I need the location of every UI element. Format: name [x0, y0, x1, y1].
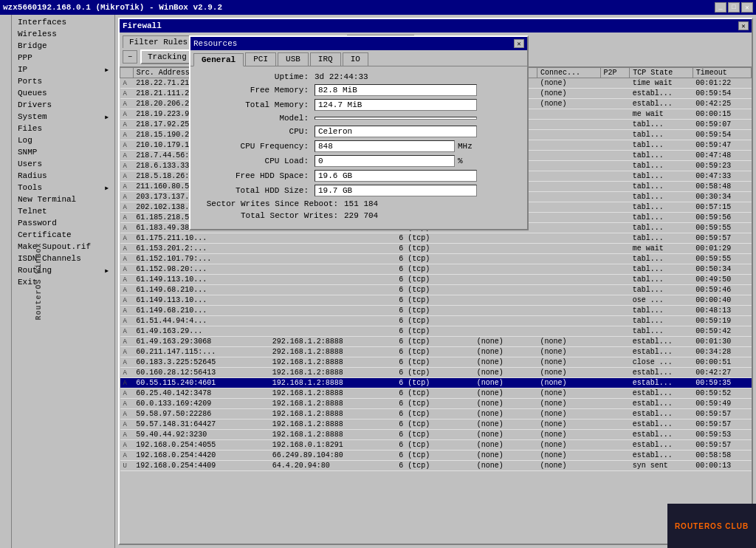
cpu-freq-label: CPU Frequency: [196, 142, 315, 151]
sidebar-item-label: Wireless [18, 30, 57, 38]
sidebar-item-drivers[interactable]: Drivers [13, 99, 113, 111]
res-tab-general[interactable]: General [193, 53, 244, 66]
sidebar-item-label: IP [18, 65, 27, 74]
sidebar-item-certificate[interactable]: Certificate [13, 229, 113, 241]
firewall-close-button[interactable]: ✕ [738, 21, 749, 30]
sidebar-item-label: Tools [18, 183, 42, 192]
table-row[interactable]: A61.149.113.10...6 (tcp)ose ...00:00:40 [120, 295, 752, 306]
resources-window: Resources ✕ General PCI USB IRQ IO [189, 35, 529, 230]
resources-titlebar: Resources ✕ [190, 37, 527, 50]
table-row[interactable]: A60.25.40.142:3478192.168.1.2:88886 (tcp… [120, 388, 752, 399]
res-tab-irq[interactable]: IRQ [310, 52, 341, 66]
remove-button[interactable]: − [123, 50, 137, 64]
table-row[interactable]: A61.49.163.29:3068292.168.1.2:88886 (tcp… [120, 337, 752, 347]
resources-tabs: General PCI USB IRQ IO [190, 50, 527, 66]
routeros-logo: ROUTEROS CLUB [667, 504, 756, 548]
table-row[interactable]: A60.160.28.12:56413192.168.1.2:88886 (tc… [120, 368, 752, 378]
sidebar-item-telnet[interactable]: Telnet [13, 205, 113, 217]
table-row[interactable]: A192.168.0.254:4055192.168.0.1:82916 (tc… [120, 440, 752, 451]
table-row[interactable]: A61.149.113.10...6 (tcp)tabl...00:49:50 [120, 275, 752, 285]
col-tcp-state[interactable]: TCP State [630, 68, 693, 78]
sidebar-item-users[interactable]: Users [13, 158, 113, 170]
window-title: wzx5660192.168.0.1 (MikroTik) - WinBox v… [3, 3, 222, 12]
cpu-load-unit: % [458, 157, 463, 165]
sidebar-item-ports[interactable]: Ports [13, 75, 113, 87]
sidebar-item-label: Radius [18, 171, 47, 180]
sidebar-item-log[interactable]: Log [13, 134, 113, 146]
free-hdd-row: Free HDD Space: 19.6 GB [196, 170, 521, 182]
res-tab-io[interactable]: IO [343, 52, 368, 66]
sidebar-item-ip[interactable]: IP [13, 64, 113, 75]
table-row[interactable]: A61.153.201.2:...6 (tcp)me wait00:01:29 [120, 244, 752, 254]
tracking-button[interactable]: Tracking [140, 49, 194, 64]
table-row[interactable]: A61.51.44.94:4...6 (tcp)tabl...00:59:19 [120, 316, 752, 326]
table-row[interactable]: A59.58.97.50:22286192.168.1.2:88886 (tcp… [120, 409, 752, 419]
free-hdd-value: 19.6 GB [315, 170, 477, 182]
table-row[interactable]: A59.57.148.31:64427192.168.1.2:88886 (tc… [120, 419, 752, 430]
tab-filter-rules[interactable]: Filter Rules [123, 35, 194, 48]
sidebar-item-label: PPP [18, 53, 32, 62]
sidebar-item-tools[interactable]: Tools [13, 182, 113, 193]
sidebar-item-radius[interactable]: Radius [13, 170, 113, 182]
sidebar-item-label: Certificate [18, 230, 72, 239]
col-timeout[interactable]: Timeout [693, 68, 751, 78]
table-row[interactable]: U192.168.0.254:440964.4.20.94:806 (tcp)(… [120, 461, 752, 471]
table-row[interactable]: A59.40.44.92:3230192.168.1.2:88886 (tcp)… [120, 430, 752, 440]
maximize-button[interactable]: □ [728, 2, 740, 13]
total-sector-row: Total Sector Writes: 229 704 [196, 211, 521, 220]
cpu-value: Celeron [315, 126, 477, 137]
sidebar-item-bridge[interactable]: Bridge [13, 40, 113, 52]
total-sector-value: 229 704 [344, 211, 521, 220]
table-row[interactable]: A61.152.98.20:...6 (tcp)tabl...00:50:34 [120, 264, 752, 275]
sidebar-item-files[interactable]: Files [13, 123, 113, 134]
cpu-label: CPU: [196, 127, 315, 136]
sidebar-item-ppp[interactable]: PPP [13, 52, 113, 64]
col-connec2[interactable]: Connec... [537, 68, 600, 78]
table-row[interactable]: A60.183.3.225:52645192.168.1.2:88886 (tc… [120, 357, 752, 368]
res-tab-pci[interactable]: PCI [245, 52, 276, 66]
total-memory-row: Total Memory: 124.7 MiB [196, 99, 521, 111]
minimize-button[interactable]: _ [715, 2, 726, 13]
sidebar-item-interfaces[interactable]: Interfaces [13, 16, 113, 28]
sidebar-item-exit[interactable]: Exit [13, 276, 113, 288]
cpu-load-row: CPU Load: 0 % [196, 155, 521, 167]
sidebar-item-label: Password [18, 219, 57, 227]
sidebar-item-label: System [18, 112, 47, 121]
table-row[interactable]: A60.211.147.115:...292.168.1.2:88886 (tc… [120, 347, 752, 357]
res-tab-usb[interactable]: USB [278, 52, 309, 66]
sidebar-item-isdn[interactable]: ISDN Channels [13, 253, 113, 264]
sidebar-item-system[interactable]: System [13, 111, 113, 123]
total-hdd-value: 19.7 GB [315, 185, 477, 196]
uptime-label: Uptime: [196, 72, 315, 81]
cpu-freq-row: CPU Frequency: 848 MHz [196, 140, 521, 152]
cpu-row: CPU: Celeron [196, 126, 521, 137]
free-hdd-label: Free HDD Space: [196, 171, 315, 180]
table-row[interactable]: A60.0.133.169:4209192.168.1.2:88886 (tcp… [120, 399, 752, 409]
cpu-freq-container: 848 MHz [315, 140, 472, 152]
total-memory-label: Total Memory: [196, 100, 315, 109]
table-row[interactable]: A60.55.115.240:4601192.168.1.2:88886 (tc… [120, 378, 752, 388]
sidebar-item-queues[interactable]: Queues [13, 87, 113, 99]
table-row[interactable]: A61.49.163.29...6 (tcp)tabl...00:59:42 [120, 326, 752, 337]
sidebar-item-label: Files [18, 124, 42, 133]
table-row[interactable]: A192.168.0.254:442066.249.89.104:806 (tc… [120, 451, 752, 461]
sidebar-item-routing[interactable]: Routing [13, 264, 113, 276]
table-row[interactable]: A61.152.101.79:...6 (tcp)tabl...00:59:55 [120, 254, 752, 264]
sidebar: Interfaces Wireless Bridge PPP IP Ports … [12, 15, 115, 548]
cpu-load-container: 0 % [315, 155, 463, 167]
sidebar-item-make-supout[interactable]: Make Supout.rif [13, 241, 113, 253]
sidebar-item-new-terminal[interactable]: New Terminal [13, 193, 113, 205]
col-p2p[interactable]: P2P [600, 68, 630, 78]
table-row[interactable]: A61.149.68.210...6 (tcp)tabl...00:48:13 [120, 306, 752, 316]
sidebar-item-label: SNMP [18, 148, 37, 157]
sidebar-item-password[interactable]: Password [13, 217, 113, 229]
resources-close-button[interactable]: ✕ [514, 39, 524, 48]
winbox-label: RouterOS WinBox [35, 242, 43, 320]
table-row[interactable]: A61.175.211.10...6 (tcp)tabl...00:59:57 [120, 233, 752, 244]
firewall-titlebar: Firewall ✕ [120, 19, 752, 32]
sidebar-item-snmp[interactable]: SNMP [13, 146, 113, 158]
table-row[interactable]: A61.149.68.210...6 (tcp)tabl...00:59:46 [120, 285, 752, 295]
uptime-row: Uptime: 3d 22:44:33 [196, 72, 521, 81]
close-window-button[interactable]: ✕ [741, 2, 753, 13]
sidebar-item-wireless[interactable]: Wireless [13, 28, 113, 40]
